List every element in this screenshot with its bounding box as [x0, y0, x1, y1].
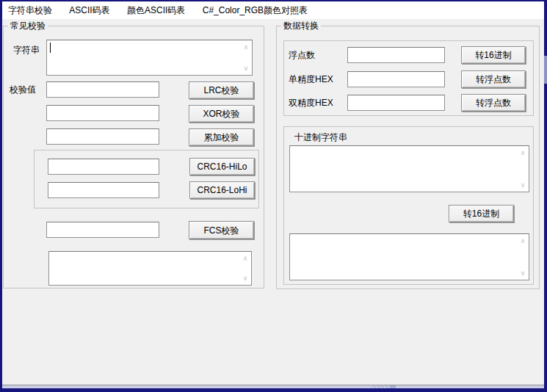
string-textarea-wrap: ∧ ∨	[46, 40, 253, 76]
string-input[interactable]	[46, 40, 253, 76]
checksum-input-2[interactable]	[46, 105, 159, 121]
menu-item-ascii-table[interactable]: ASCII码表	[62, 1, 117, 19]
crc16-input-1[interactable]	[48, 159, 159, 175]
lrc-check-button[interactable]: LRC校验	[189, 81, 254, 99]
decimal-string-panel: 十进制字符串 ∧ ∨ 转16进制 ∧ ∨	[283, 126, 534, 285]
single-hex-label: 单精度HEX	[289, 74, 333, 84]
crc16-input-2[interactable]	[48, 182, 159, 198]
decimal-string-input[interactable]	[289, 145, 529, 192]
xor-check-button[interactable]: XOR校验	[189, 105, 254, 123]
checksum-input-1[interactable]	[46, 81, 159, 98]
window-border-bottom	[0, 388, 547, 392]
text-caret	[50, 43, 51, 53]
menu-bar: 字符串校验 ASCII码表 颜色ASCII码表 C#_Color_RGB颜色对照…	[2, 1, 544, 19]
group-common-checksum: 常见校验 字符串 ∧ ∨ 校验值 LRC校验 XOR校验 累加校验 CRC16-…	[3, 26, 264, 288]
crc16-lohi-button[interactable]: CRC16-LoHi	[189, 181, 255, 199]
fcs-check-button[interactable]: FCS校验	[189, 221, 254, 239]
group-data-conversion: 数据转换 浮点数 转16进制 单精度HEX 转浮点数 双精度HEX 转浮点数 十…	[276, 26, 540, 289]
app-window: 字符串校验 ASCII码表 颜色ASCII码表 C#_Color_RGB颜色对照…	[0, 0, 547, 392]
menu-item-csharp-color-rgb-table[interactable]: C#_Color_RGB颜色对照表	[195, 1, 315, 19]
checksum-input-3[interactable]	[46, 128, 159, 145]
window-border-left	[0, 0, 2, 392]
hex-result-output[interactable]	[289, 233, 529, 280]
result-textarea-wrap: ∧ ∨	[48, 251, 252, 286]
double-hex-label: 双精度HEX	[289, 98, 333, 108]
menu-item-string-check[interactable]: 字符串校验	[2, 1, 59, 19]
float-input[interactable]	[347, 47, 445, 63]
double-hex-input[interactable]	[347, 95, 445, 111]
decimal-to-hex-button[interactable]: 转16进制	[449, 205, 514, 222]
sum-check-button[interactable]: 累加校验	[189, 128, 254, 146]
single-hex-input[interactable]	[347, 71, 445, 87]
check-value-label: 校验值	[10, 84, 36, 95]
checksum-result-output[interactable]	[48, 251, 252, 286]
string-label: 字符串	[13, 45, 40, 55]
group-common-checksum-title: 常见校验	[8, 21, 48, 31]
crc16-hilo-button[interactable]: CRC16-HiLo	[189, 158, 255, 175]
right-scrollbar-thumb[interactable]	[544, 56, 547, 84]
fcs-input[interactable]	[46, 222, 159, 238]
decimal-string-label: 十进制字符串	[294, 132, 347, 142]
float-to-hex-button[interactable]: 转16进制	[461, 46, 526, 64]
crc16-panel: CRC16-HiLo CRC16-LoHi	[34, 150, 259, 208]
decimal-textarea-wrap: ∧ ∨	[289, 145, 529, 192]
single-hex-to-float-button[interactable]: 转浮点数	[461, 70, 526, 88]
menu-item-color-ascii-table[interactable]: 颜色ASCII码表	[120, 1, 192, 19]
group-data-conversion-title: 数据转换	[281, 21, 321, 31]
hex-result-textarea-wrap: ∧ ∨	[289, 233, 529, 280]
window-border-top	[0, 0, 547, 1]
float-conversion-panel: 浮点数 转16进制 单精度HEX 转浮点数 双精度HEX 转浮点数	[283, 40, 534, 116]
float-label: 浮点数	[289, 50, 315, 60]
double-hex-to-float-button[interactable]: 转浮点数	[461, 94, 526, 112]
